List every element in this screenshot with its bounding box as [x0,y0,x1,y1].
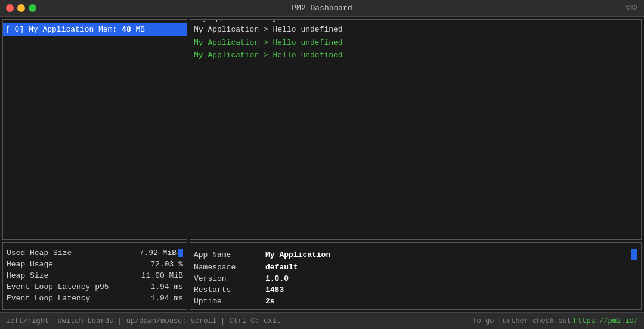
meta-value-version: 1.0.0 [265,274,289,283]
statusbar: left/right: switch boards | up/down/mous… [0,312,644,329]
statusbar-right-text: To go further check out [472,317,571,325]
metric-row: Event Loop Latency p95 1.94 ms [7,281,183,293]
metric-row: Event Loop Latency 1.94 ms [7,293,183,304]
process-list-title: Process List [9,19,65,23]
metadata-container: App Name My Application Namespace defaul… [194,247,637,307]
meta-row-version: Version 1.0.0 [194,273,637,284]
app-name-badge: My Application [265,249,637,260]
metric-label: Event Loop Latency p95 [7,283,109,291]
app-status-indicator [631,249,637,260]
statusbar-left-text: left/right: switch boards | up/down/mous… [6,317,281,325]
top-row: Process List [ 0] My Application Mem: 48… [0,17,644,241]
statusbar-right: To go further check out https://pm2.io/ [472,317,638,325]
close-button[interactable] [6,4,14,12]
app-logs-panel: My Application Logs My Application > Hel… [190,19,642,240]
meta-value-uptime: 2s [265,297,275,306]
meta-label-namespace: Namespace [194,263,265,272]
process-pid: [ 0] [5,25,24,34]
meta-value-restarts: 1483 [265,285,284,294]
titlebar: PM2 Dashboard ⌥⌘2 [0,0,644,17]
meta-value-namespace: default [265,263,298,272]
metric-value: 1.94 ms [150,283,183,291]
metric-label: Heap Size [7,271,48,280]
maximize-button[interactable] [29,4,36,12]
meta-value-appname: My Application [265,250,330,259]
metric-value: 72.03 % [150,260,183,269]
metric-value: 1.94 ms [150,294,183,303]
process-mem-value: 48 [122,25,131,34]
metric-value: 11.00 MiB [141,271,183,280]
log-line: My Application > Hello undefined [190,23,641,36]
process-mem-unit: MB [131,25,145,34]
metric-row: Heap Usage 72.03 % [7,259,183,270]
log-line: My Application > Hello undefined [190,49,641,62]
metric-row: Used Heap Size 7.92 MiB [7,247,183,259]
metric-value: 7.92 MiB [140,249,183,257]
main-content: Process List [ 0] My Application Mem: 48… [0,17,644,312]
process-mem-label: Mem: [98,25,122,34]
process-list-item[interactable]: [ 0] My Application Mem: 48 MB [3,23,187,36]
meta-row-restarts: Restarts 1483 [194,284,637,296]
bar-indicator [178,249,183,257]
meta-row-namespace: Namespace default [194,262,637,273]
metadata-title: Metadata [196,242,236,246]
process-name: My Application [29,25,94,34]
keyboard-shortcut: ⌥⌘2 [625,4,638,13]
meta-label-version: Version [194,274,265,283]
window-title: PM2 Dashboard [292,4,352,13]
metric-label: Used Heap Size [7,249,72,257]
meta-row-appname: App Name My Application [194,247,637,262]
app-logs-title: My Application Logs [196,19,283,23]
pm2-link[interactable]: https://pm2.io/ [574,317,638,325]
log-line: My Application > Hello undefined [190,36,641,49]
metric-label: Heap Usage [7,260,53,269]
metadata-panel: Metadata App Name My Application Namespa… [190,242,642,310]
meta-row-uptime: Uptime 2s [194,296,637,307]
meta-label-uptime: Uptime [194,297,265,306]
metric-label: Event Loop Latency [7,294,90,303]
custom-metrics-title: Custom Metrics [9,242,74,246]
bottom-row: Custom Metrics Used Heap Size 7.92 MiB H… [0,241,644,312]
custom-metrics-panel: Custom Metrics Used Heap Size 7.92 MiB H… [2,242,187,310]
meta-label-appname: App Name [194,250,265,259]
window-controls [6,4,36,12]
metric-row: Heap Size 11.00 MiB [7,270,183,281]
minimize-button[interactable] [17,4,25,12]
process-list-panel: Process List [ 0] My Application Mem: 48… [2,19,187,240]
meta-label-restarts: Restarts [194,285,265,294]
metrics-container: Used Heap Size 7.92 MiB Heap Usage 72.03… [7,247,183,304]
log-container: My Application > Hello undefined My Appl… [190,20,641,62]
